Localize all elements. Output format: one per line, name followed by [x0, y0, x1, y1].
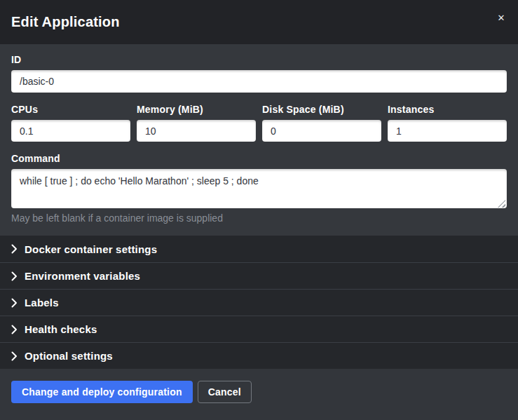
- chevron-right-icon: [11, 325, 18, 334]
- section-label: Labels: [25, 297, 59, 309]
- memory-input[interactable]: [137, 120, 256, 142]
- section-environment-variables[interactable]: Environment variables: [0, 262, 518, 289]
- change-and-deploy-button[interactable]: Change and deploy configuration: [11, 381, 193, 403]
- edit-application-modal: Edit Application ✕ ID CPUs Memory (MiB) …: [0, 0, 518, 420]
- modal-title: Edit Application: [11, 14, 120, 30]
- chevron-right-icon: [11, 351, 18, 361]
- chevron-right-icon: [11, 271, 18, 281]
- edit-application-form: ID CPUs Memory (MiB) Disk Space (MiB) In…: [0, 44, 518, 236]
- section-docker-container-settings[interactable]: Docker container settings: [0, 236, 518, 262]
- close-icon[interactable]: ✕: [493, 10, 509, 25]
- section-health-checks[interactable]: Health checks: [0, 316, 518, 342]
- resources-row: CPUs Memory (MiB) Disk Space (MiB) Insta…: [11, 104, 507, 142]
- cpus-field-group: CPUs: [11, 104, 130, 142]
- section-label: Docker container settings: [25, 243, 157, 255]
- memory-field-group: Memory (MiB): [137, 104, 256, 142]
- instances-field-group: Instances: [388, 104, 507, 142]
- instances-input[interactable]: [388, 120, 507, 142]
- command-textarea[interactable]: while [ true ] ; do echo 'Hello Marathon…: [11, 169, 507, 208]
- chevron-right-icon: [11, 298, 18, 308]
- disk-space-label: Disk Space (MiB): [262, 104, 381, 115]
- section-label: Environment variables: [25, 270, 140, 282]
- command-field-group: Command while [ true ] ; do echo 'Hello …: [11, 153, 507, 224]
- id-input[interactable]: [11, 70, 507, 93]
- modal-header: Edit Application ✕: [0, 0, 518, 44]
- id-label: ID: [11, 54, 507, 65]
- memory-label: Memory (MiB): [137, 104, 256, 115]
- modal-footer: Change and deploy configuration Cancel: [0, 369, 518, 420]
- id-field-group: ID: [11, 54, 507, 93]
- collapsible-sections: Docker container settings Environment va…: [0, 236, 518, 369]
- disk-space-input[interactable]: [262, 120, 381, 142]
- cancel-button[interactable]: Cancel: [198, 381, 252, 403]
- section-label: Optional settings: [25, 350, 113, 362]
- cpus-input[interactable]: [11, 120, 130, 142]
- command-label: Command: [11, 153, 507, 164]
- instances-label: Instances: [388, 104, 507, 115]
- section-optional-settings[interactable]: Optional settings: [0, 342, 518, 369]
- section-label: Health checks: [25, 323, 97, 335]
- disk-space-field-group: Disk Space (MiB): [262, 104, 381, 142]
- section-labels[interactable]: Labels: [0, 289, 518, 316]
- cpus-label: CPUs: [11, 104, 130, 115]
- command-help-text: May be left blank if a container image i…: [11, 212, 507, 224]
- chevron-right-icon: [11, 244, 18, 254]
